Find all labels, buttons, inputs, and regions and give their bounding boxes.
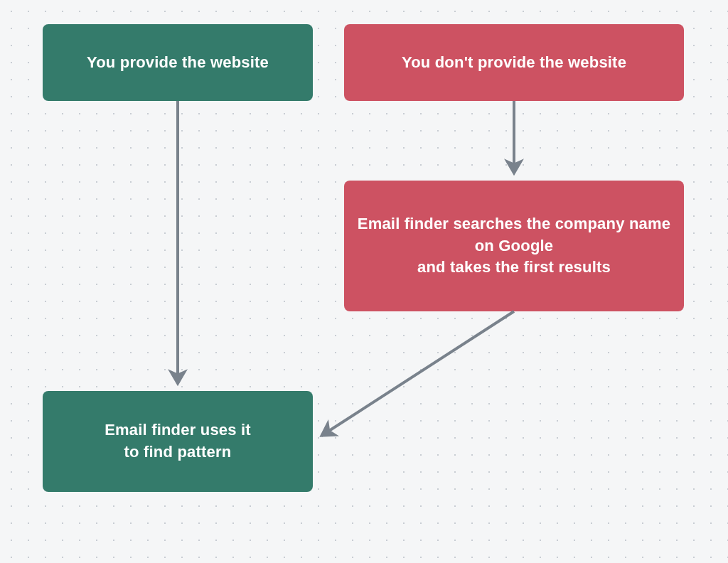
node-provide-website: You provide the website bbox=[43, 24, 313, 101]
arrow-google-to-pattern bbox=[321, 311, 514, 436]
node-label: You don't provide the website bbox=[402, 52, 626, 74]
node-google-search: Email finder searches the company name o… bbox=[344, 181, 684, 311]
diagram-canvas: You provide the website You don't provid… bbox=[0, 0, 728, 563]
node-find-pattern: Email finder uses itto find pattern bbox=[43, 391, 313, 492]
node-label: Email finder uses itto find pattern bbox=[105, 419, 251, 463]
node-label: Email finder searches the company name o… bbox=[357, 213, 671, 279]
node-label: You provide the website bbox=[87, 52, 269, 74]
node-dont-provide-website: You don't provide the website bbox=[344, 24, 684, 101]
